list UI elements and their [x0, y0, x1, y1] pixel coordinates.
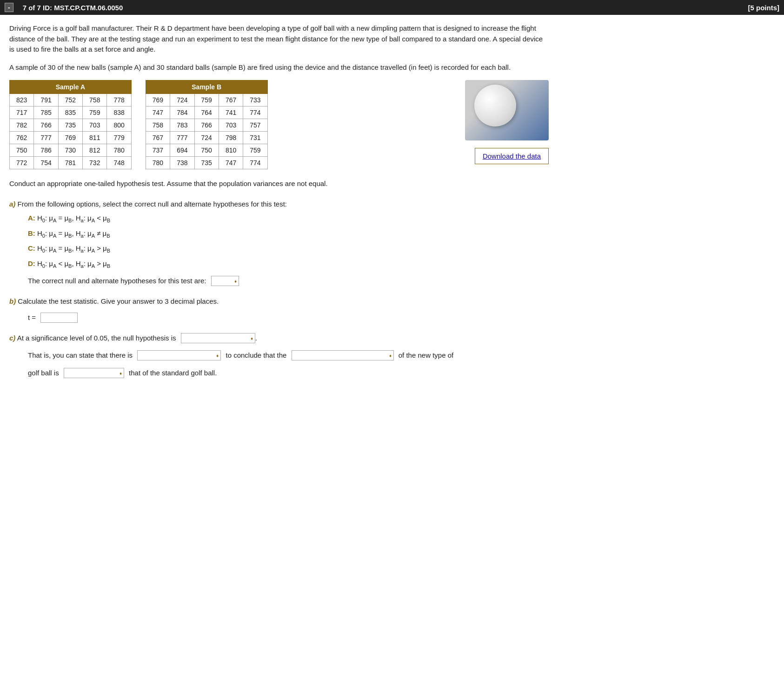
table-cell: 800 — [107, 119, 131, 132]
part-b-question: Calculate the test statistic. Give your … — [18, 297, 219, 305]
table-cell: 774 — [243, 157, 267, 169]
part-a-select[interactable]: A B C D — [211, 276, 239, 286]
table-cell: 703 — [219, 119, 243, 132]
part-a-answer-prefix: The correct null and alternate hypothese… — [28, 277, 206, 285]
table-row: 782766735703800 — [10, 119, 132, 132]
table-cell: 781 — [58, 157, 82, 169]
table-cell: 752 — [58, 94, 82, 107]
table-cell: 835 — [58, 107, 82, 119]
table-cell: 786 — [34, 144, 58, 157]
comparison-select[interactable]: greater than less than equal to not equa… — [64, 368, 124, 378]
option-a-text: H0: μA = μB, Ha: μA < μB — [37, 214, 110, 222]
comparison-select-wrapper[interactable]: greater than less than equal to not equa… — [64, 366, 124, 380]
table-cell: 754 — [34, 157, 58, 169]
part-a-question: From the following options, select the c… — [18, 200, 287, 208]
table-row: 769724759767733 — [146, 94, 267, 107]
table-cell: 811 — [83, 132, 107, 144]
table-cell: 748 — [107, 157, 131, 169]
option-c-text: H0: μA = μB, Ha: μA > μB — [37, 244, 110, 252]
table-cell: 730 — [58, 144, 82, 157]
table-row: 758783766703757 — [146, 119, 267, 132]
golf-suffix: that of the standard golf ball. — [129, 369, 217, 377]
table-row: 767777724798731 — [146, 132, 267, 144]
table-cell: 759 — [243, 144, 267, 157]
table-row: 780738735747774 — [146, 157, 267, 169]
sample-b-table: Sample B 7697247597677337477847647417747… — [146, 80, 268, 169]
table-cell: 798 — [219, 132, 243, 144]
table-cell: 757 — [243, 119, 267, 132]
header-bar: - 7 of 7 ID: MST.CP.CTM.06.0050 [5 point… — [0, 0, 784, 15]
golf-prefix: golf ball is — [28, 369, 59, 377]
table-cell: 758 — [83, 94, 107, 107]
table-cell: 772 — [10, 157, 34, 169]
part-c-hypothesis-select[interactable]: rejected not rejected — [181, 333, 255, 343]
option-a-row: A: H0: μA = μB, Ha: μA < μB — [28, 213, 549, 225]
part-a-label: a) — [9, 200, 15, 208]
table-cell: 735 — [194, 157, 219, 169]
part-b-label: b) — [9, 297, 16, 305]
sample-a-table: Sample A 8237917527587787177858357598387… — [9, 80, 132, 169]
table-cell: 717 — [10, 107, 34, 119]
table-cell: 767 — [146, 132, 170, 144]
golf-ball-image — [465, 80, 549, 140]
table-cell: 724 — [170, 94, 194, 107]
option-b-label: B: — [28, 229, 35, 237]
sample-a-header: Sample A — [10, 80, 132, 94]
part-a-select-wrapper[interactable]: A B C D ⬧ — [211, 275, 239, 287]
part-b-answer-row: t = — [28, 312, 549, 324]
part-a-answer-row: The correct null and alternate hypothese… — [28, 275, 549, 287]
conclude-suffix: of the new type of — [399, 351, 453, 359]
table-cell: 750 — [194, 144, 219, 157]
table-cell: 738 — [170, 157, 194, 169]
table-cell: 724 — [194, 132, 219, 144]
table-cell: 758 — [146, 119, 170, 132]
option-b-row: B: H0: μA = μB, Ha: μA ≠ μB — [28, 228, 549, 240]
table-cell: 823 — [10, 94, 34, 107]
part-c-period: . — [255, 334, 257, 342]
table-row: 717785835759838 — [10, 107, 132, 119]
option-b-text: H0: μA = μB, Ha: μA ≠ μB — [37, 229, 110, 237]
table-cell: 779 — [107, 132, 131, 144]
option-d-text: H0: μA < μB, Ha: μA > μB — [37, 260, 110, 267]
evidence-select[interactable]: sufficient evidence insufficient evidenc… — [137, 350, 221, 360]
points-label: [5 points] — [748, 4, 780, 12]
table-cell: 838 — [107, 107, 131, 119]
image-download-section: Download the data — [465, 80, 549, 164]
conclude-middle: to conclude that the — [226, 351, 286, 359]
question-id: 7 of 7 ID: MST.CP.CTM.06.0050 — [23, 4, 739, 12]
table-cell: 810 — [219, 144, 243, 157]
download-link[interactable]: Download the data — [475, 148, 549, 164]
table-cell: 750 — [10, 144, 34, 157]
table-cell: 759 — [194, 94, 219, 107]
mean-select-wrapper[interactable]: mean flight distance mean distance ⬧ — [292, 348, 394, 362]
table-cell: 741 — [219, 107, 243, 119]
table-cell: 731 — [243, 132, 267, 144]
table-cell: 737 — [146, 144, 170, 157]
collapse-button[interactable]: - — [5, 3, 13, 12]
table-row: 772754781732748 — [10, 157, 132, 169]
table-row: 762777769811779 — [10, 132, 132, 144]
intro-paragraph-1: Driving Force is a golf ball manufacture… — [9, 23, 549, 55]
table-cell: 769 — [58, 132, 82, 144]
table-cell: 774 — [243, 107, 267, 119]
table-cell: 735 — [58, 119, 82, 132]
evidence-select-wrapper[interactable]: sufficient evidence insufficient evidenc… — [137, 348, 221, 362]
content-area: Driving Force is a golf ball manufacture… — [0, 15, 558, 392]
t-input[interactable] — [40, 313, 78, 323]
part-c-label: c) — [9, 334, 15, 342]
sample-b-header: Sample B — [146, 80, 267, 94]
table-cell: 780 — [107, 144, 131, 157]
mean-select[interactable]: mean flight distance mean distance — [292, 350, 394, 360]
table-cell: 703 — [83, 119, 107, 132]
table-cell: 777 — [34, 132, 58, 144]
table-row: 747784764741774 — [146, 107, 267, 119]
table-cell: 782 — [10, 119, 34, 132]
table-row: 823791752758778 — [10, 94, 132, 107]
part-b-section: b) Calculate the test statistic. Give yo… — [9, 295, 549, 324]
table-cell: 767 — [219, 94, 243, 107]
option-d-row: D: H0: μA < μB, Ha: μA > μB — [28, 258, 549, 271]
table-cell: 766 — [34, 119, 58, 132]
table-cell: 759 — [83, 107, 107, 119]
part-c-hypothesis-wrapper[interactable]: rejected not rejected ⬧ — [181, 332, 255, 344]
conduct-text: Conduct an appropriate one-tailed hypoth… — [9, 178, 549, 190]
